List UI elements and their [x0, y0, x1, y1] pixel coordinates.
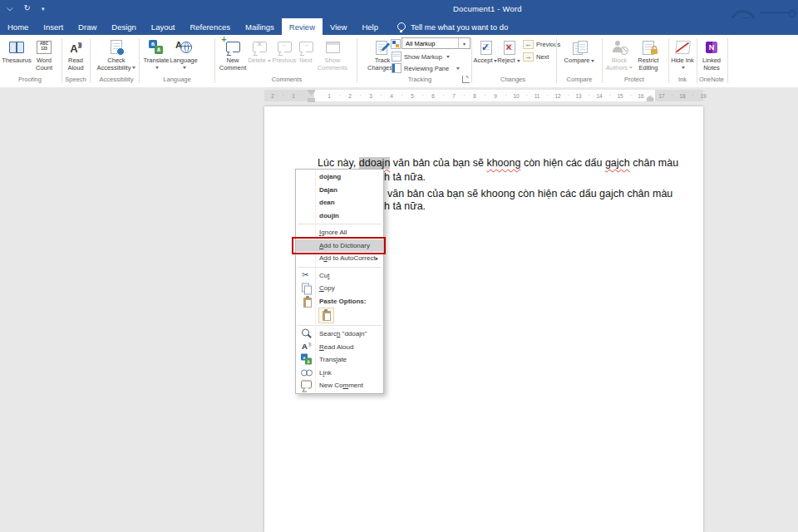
reject-button[interactable]: × Reject — [497, 37, 520, 65]
tab-references[interactable]: References — [182, 18, 238, 35]
previous-comment-button[interactable]: ← Previous — [270, 37, 298, 65]
ruler-number: 8 — [473, 93, 476, 99]
word-count-button[interactable]: ABC123 Word Count — [30, 37, 58, 71]
accept-icon: ✓ — [479, 41, 492, 54]
ribbon-tab-row: HomeInsertDrawDesignLayoutReferencesMail… — [0, 18, 798, 35]
redo-icon[interactable]: ↻ — [24, 2, 31, 16]
restrict-editing-button[interactable]: Restrict Editing — [633, 37, 664, 71]
thesaurus-icon — [9, 42, 24, 53]
ruler-number: 3 — [369, 93, 372, 99]
hide-ink-button[interactable]: Hide Ink — [670, 37, 695, 71]
left-indent-marker[interactable] — [308, 98, 315, 102]
next-change-button[interactable]: → Next — [523, 52, 549, 62]
combo-dropdown-button[interactable]: ▾ — [458, 38, 470, 48]
tab-mailings[interactable]: Mailings — [238, 18, 282, 35]
menu-item-add-to-autocorrect[interactable]: Add to AutoCorrect▸ — [296, 252, 383, 265]
ruler-tick: · — [588, 92, 589, 98]
menu-item-cut[interactable]: Cut — [296, 269, 383, 283]
ruler-number: 4 — [390, 93, 393, 99]
menu-item-dajan[interactable]: Dajan — [296, 184, 383, 197]
menu-item-label: New Comment — [319, 382, 363, 389]
tab-design[interactable]: Design — [104, 18, 144, 35]
show-comments-button[interactable]: Show Comments — [316, 37, 349, 71]
next-change-icon: → — [523, 52, 534, 62]
tab-layout[interactable]: Layout — [144, 18, 183, 35]
tell-me-box[interactable]: Tell me what you want to do — [397, 18, 508, 35]
menu-item-label: Dajan — [319, 186, 337, 194]
menu-item-paste-options[interactable]: Paste Options: — [296, 295, 383, 308]
group-label-accessibility: Accessibility — [100, 76, 134, 83]
ruler-tick: · — [338, 92, 340, 98]
ruler-tick: · — [525, 92, 527, 98]
menu-item-label: Copy — [319, 284, 335, 292]
link-icon — [299, 367, 313, 379]
menu-item-read-aloud[interactable]: Read Aloud — [296, 341, 383, 354]
next-comment-button[interactable]: → Next — [295, 37, 317, 65]
ruler-number: 16 — [638, 93, 643, 99]
previous-change-button[interactable]: ← Previous — [523, 40, 560, 49]
tab-draw[interactable]: Draw — [71, 18, 104, 35]
menu-separator — [298, 224, 382, 224]
check-accessibility-button[interactable]: Check Accessibility — [94, 37, 139, 71]
document-text-line: h tả nữa. — [384, 171, 426, 183]
tab-help[interactable]: Help — [354, 18, 386, 35]
undo-icon[interactable]: ⌵ — [7, 2, 13, 16]
menu-item-new-comment[interactable]: New Comment — [296, 379, 383, 392]
read-aloud-button[interactable]: A))) Read Aloud — [62, 37, 89, 71]
copy-icon — [299, 282, 313, 294]
linked-notes-button[interactable]: N Linked Notes — [697, 37, 726, 71]
keep-source-formatting-paste-button[interactable] — [318, 308, 334, 323]
menu-item-link[interactable]: Link — [296, 367, 383, 380]
language-button[interactable]: A Language — [169, 37, 199, 71]
previous-comment-icon: ← — [278, 42, 292, 52]
menu-item-label: Paste Options: — [319, 298, 366, 305]
cut-icon — [299, 269, 313, 282]
next-comment-icon: → — [299, 42, 313, 52]
thesaurus-button[interactable]: Thesaurus — [1, 37, 32, 65]
ruler-tick: · — [608, 92, 610, 98]
menu-item-dojang[interactable]: dojang — [296, 170, 383, 184]
ruler-number: 10 — [513, 93, 519, 99]
translate-button[interactable]: aă Translate — [142, 37, 170, 71]
accept-button[interactable]: ✓ Accept — [473, 37, 498, 65]
group-label-proofing: Proofing — [18, 76, 42, 83]
menu-item-label: Add to Dictionary — [319, 242, 370, 249]
translate-icon: aă — [149, 40, 164, 55]
new-comment-button[interactable]: + New Comment — [217, 37, 249, 71]
ruler-tick: · — [546, 92, 548, 98]
group-label-tracking: Tracking — [408, 76, 431, 83]
tab-review[interactable]: Review — [282, 18, 323, 35]
document-text-line: Lúc này, ddoajn văn bản của bạn sẽ khoon… — [318, 157, 678, 169]
horizontal-ruler[interactable]: 2112345678910111213141516171819·········… — [264, 90, 703, 101]
show-markup-icon — [392, 52, 401, 62]
tab-home[interactable]: Home — [0, 18, 36, 35]
menu-item-doujin[interactable]: doujin — [296, 209, 383, 223]
reviewing-pane-button[interactable]: Reviewing Pane — [392, 63, 460, 73]
group-label-changes: Changes — [500, 76, 525, 83]
display-for-review-combobox[interactable]: All Markup ▾ — [401, 37, 470, 49]
menu-item-add-to-dictionary[interactable]: Add to Dictionary — [296, 239, 383, 253]
menu-item-copy[interactable]: Copy — [296, 282, 383, 295]
ruler-number: 2 — [271, 93, 274, 99]
word-count-icon: ABC123 — [37, 41, 52, 54]
customize-quick-access-icon[interactable]: ▾ — [42, 2, 45, 16]
group-label-onenote: OneNote — [699, 76, 724, 83]
linked-notes-icon: N — [706, 42, 717, 53]
ruler-number: 14 — [596, 93, 602, 99]
new-comment-icon — [299, 379, 313, 392]
menu-item-search-ddoajn[interactable]: Search "ddoajn" — [296, 328, 383, 341]
tab-view[interactable]: View — [323, 18, 354, 35]
show-markup-button[interactable]: Show Markup — [392, 52, 450, 62]
menu-item-dean[interactable]: dean — [296, 196, 383, 209]
block-authors-button[interactable]: Block Authors — [603, 37, 635, 71]
translate-icon — [299, 353, 313, 366]
paste-options-row — [296, 308, 383, 323]
menu-item-translate[interactable]: Translate — [296, 353, 383, 367]
tracking-dialog-launcher-icon[interactable] — [462, 76, 470, 83]
menu-item-ignore-all[interactable]: Ignore All — [296, 226, 383, 239]
new-comment-icon: + — [226, 42, 240, 52]
tab-insert[interactable]: Insert — [36, 18, 71, 35]
compare-button[interactable]: Compare — [562, 37, 597, 65]
menu-item-label: Cut — [319, 272, 329, 279]
delete-comment-button[interactable]: ✕ Delete — [247, 37, 272, 65]
